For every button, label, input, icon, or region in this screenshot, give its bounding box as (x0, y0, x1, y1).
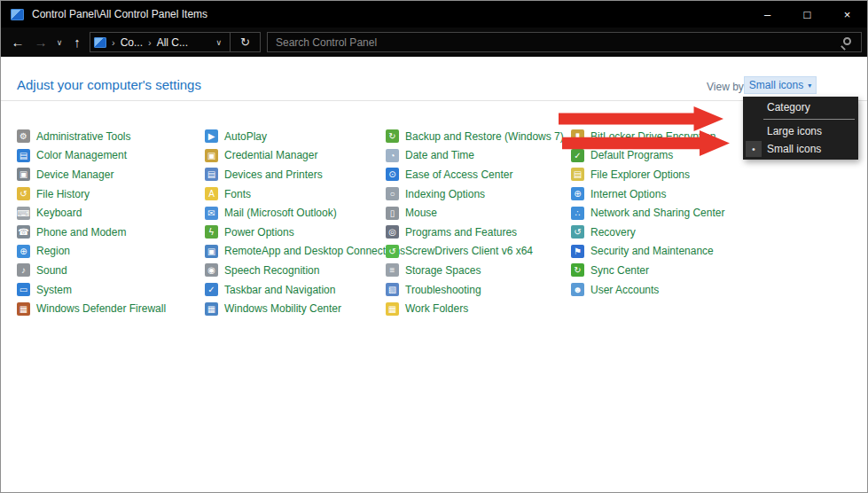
view-by-label: View by: (707, 81, 747, 93)
speech-recognition-icon: ◉ (205, 263, 218, 277)
control-panel-item[interactable]: ▤Color Management (17, 146, 205, 166)
control-panel-item[interactable]: ▤File Explorer Options (571, 165, 766, 184)
control-panel-item[interactable]: ◎Programs and Features (386, 223, 571, 242)
address-dropdown-button[interactable]: ∨ (207, 38, 230, 47)
control-panel-item[interactable]: ⊕Internet Options (571, 184, 766, 204)
screwdrivers-client-icon: ↺ (386, 245, 399, 258)
view-by-menu: Category Large icons • Small icons (743, 97, 858, 160)
control-panel-item-label: Mail (Microsoft Outlook) (224, 207, 337, 219)
close-button[interactable]: × (827, 1, 867, 27)
control-panel-item[interactable]: ↻Sync Center (571, 261, 766, 280)
windows-mobility-center-icon: ▦ (205, 302, 218, 316)
control-panel-item-label: Mouse (405, 207, 437, 219)
control-panel-item[interactable]: ▧Troubleshooting (386, 280, 571, 300)
control-panel-item-label: Color Management (36, 149, 127, 161)
control-panel-item[interactable]: ☎Phone and Modem (17, 223, 205, 242)
control-panel-item[interactable]: ○Indexing Options (386, 184, 571, 204)
system-icon: ▭ (17, 283, 30, 296)
forward-arrow-icon: → (35, 35, 48, 50)
control-panel-item[interactable]: ↺File History (17, 184, 205, 204)
selected-radio-icon: • (746, 141, 762, 157)
recent-pages-button[interactable]: ∨ (52, 27, 66, 57)
control-panel-item[interactable]: ▣Credential Manager (205, 146, 386, 166)
control-panel-item[interactable]: ◉Speech Recognition (205, 261, 386, 280)
control-panel-item[interactable]: ⚙Administrative Tools (17, 127, 205, 146)
internet-options-icon: ⊕ (571, 187, 584, 200)
view-by-dropdown-button[interactable]: Small icons ▾ (744, 76, 817, 94)
file-history-icon: ↺ (17, 187, 30, 200)
control-panel-item[interactable]: ⊕Region (17, 242, 205, 262)
default-programs-icon: ✓ (571, 149, 584, 162)
control-panel-item[interactable]: ⊙Ease of Access Center (386, 165, 571, 184)
control-panel-item[interactable]: ▯Mouse (386, 203, 571, 223)
control-panel-item-label: Fonts (224, 188, 251, 200)
up-arrow-icon: ↑ (74, 35, 81, 50)
control-panel-item-label: File History (36, 188, 90, 200)
troubleshooting-icon: ▧ (386, 283, 399, 296)
control-panel-item[interactable]: ∴Network and Sharing Center (571, 203, 766, 223)
user-accounts-icon: ☻ (571, 283, 584, 296)
control-panel-item[interactable]: ◔Date and Time (386, 146, 571, 166)
breadcrumb-control-panel[interactable]: Co... (121, 36, 143, 49)
control-panel-item-label: Programs and Features (405, 226, 517, 239)
menu-item-large-icons[interactable]: Large icons (743, 122, 858, 140)
control-panel-item-label: Date and Time (405, 149, 474, 161)
control-panel-item[interactable]: ☻User Accounts (571, 280, 766, 300)
power-options-icon: ϟ (205, 225, 218, 239)
refresh-button[interactable]: ↻ (231, 35, 260, 49)
control-panel-item[interactable]: ϟPower Options (205, 223, 386, 242)
control-panel-item-label: Sync Center (590, 264, 649, 277)
control-panel-item[interactable]: ✉Mail (Microsoft Outlook) (205, 203, 386, 223)
fonts-icon: A (205, 187, 218, 200)
window-controls: – □ × (747, 1, 867, 27)
indexing-options-icon: ○ (386, 187, 399, 200)
control-panel-item-label: Internet Options (590, 188, 666, 200)
control-panel-item[interactable]: ↺Recovery (571, 223, 766, 242)
control-panel-item[interactable]: ▣Device Manager (17, 165, 205, 184)
date-and-time-icon: ◔ (386, 149, 399, 162)
breadcrumb-all-items[interactable]: All C... (157, 36, 188, 49)
control-panel-item[interactable]: ▤Devices and Printers (205, 165, 386, 184)
control-panel-item[interactable]: ⚑Security and Maintenance (571, 242, 766, 262)
control-panel-item[interactable]: ▦Windows Defender Firewall (17, 299, 205, 318)
control-panel-item[interactable]: ▶AutoPlay (205, 127, 386, 146)
control-panel-item[interactable]: ↻Backup and Restore (Windows 7) (386, 127, 571, 146)
control-panel-item[interactable]: ≡Storage Spaces (386, 261, 571, 280)
minimize-button[interactable]: – (747, 1, 787, 27)
back-button[interactable]: ← (6, 27, 29, 57)
control-panel-item-label: Device Manager (36, 168, 113, 181)
items-column: ⚙Administrative Tools▤Color Management▣D… (17, 127, 205, 318)
menu-item-category[interactable]: Category (743, 98, 858, 116)
control-panel-item[interactable]: ▦Work Folders (386, 299, 571, 318)
control-panel-item[interactable]: ▭System (17, 280, 205, 300)
search-input[interactable] (268, 36, 838, 49)
forward-button[interactable]: → (29, 27, 52, 57)
control-panel-item-label: Windows Defender Firewall (36, 302, 166, 315)
control-panel-item-label: User Accounts (590, 284, 659, 296)
control-panel-item-label: Region (36, 245, 70, 257)
control-panel-window: Control Panel\All Control Panel Items – … (0, 0, 868, 493)
control-panel-item-label: Windows Mobility Center (224, 302, 341, 315)
device-manager-icon: ▣ (17, 168, 30, 181)
control-panel-item-label: Phone and Modem (36, 226, 126, 239)
color-management-icon: ▤ (17, 149, 30, 162)
address-bar[interactable]: › Co... › All C... ∨ ↻ (90, 32, 261, 52)
control-panel-item-label: Administrative Tools (36, 130, 131, 143)
control-panel-item[interactable]: ⌨Keyboard (17, 203, 205, 223)
menu-item-small-icons[interactable]: • Small icons (743, 140, 858, 158)
maximize-button[interactable]: □ (787, 1, 827, 27)
control-panel-item[interactable]: ♪Sound (17, 261, 205, 280)
network-sharing-center-icon: ∴ (571, 207, 584, 220)
work-folders-icon: ▦ (386, 302, 399, 316)
menu-separator (763, 119, 855, 120)
control-panel-item[interactable]: AFonts (205, 184, 386, 204)
mail-icon: ✉ (205, 207, 218, 220)
control-panel-icon (11, 9, 24, 20)
control-panel-item[interactable]: ✓Taskbar and Navigation (205, 280, 386, 300)
control-panel-item[interactable]: ▦Windows Mobility Center (205, 299, 386, 318)
control-panel-item[interactable]: ▣RemoteApp and Desktop Connections (205, 242, 386, 262)
control-panel-item[interactable]: ↺ScrewDrivers Client v6 x64 (386, 242, 571, 262)
up-button[interactable]: ↑ (66, 27, 88, 57)
control-panel-item-label: System (36, 284, 72, 296)
storage-spaces-icon: ≡ (386, 263, 399, 277)
